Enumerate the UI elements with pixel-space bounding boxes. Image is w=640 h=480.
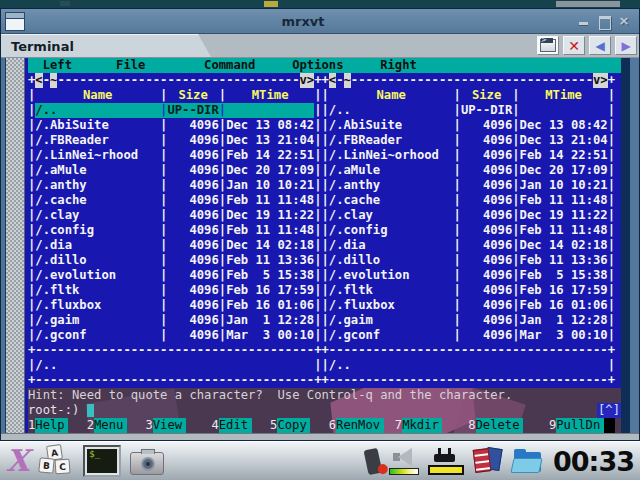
file-name: /.dillo: [329, 253, 454, 268]
column-header-size[interactable]: Size: [167, 88, 218, 103]
frame-line: |: [454, 268, 461, 283]
x11-icon[interactable]: X: [6, 446, 29, 476]
taskbar-clock: 00:33: [553, 442, 634, 480]
arrow-right-icon: ▶: [621, 39, 630, 53]
column-header-name[interactable]: Name: [35, 88, 160, 103]
file-row[interactable]: |/..|UP--DIR||: [28, 103, 321, 118]
fkey-delete[interactable]: 8Delete: [468, 418, 549, 433]
file-row[interactable]: |/.LinNei~orhood|4096|Feb 14 22:51|: [321, 148, 614, 163]
file-row[interactable]: |/.AbiSuite|4096|Dec 13 08:42|: [321, 118, 614, 133]
file-mtime: Jan 10 10:21: [226, 178, 314, 193]
file-row[interactable]: |/.fluxbox|4096|Feb 16 01:06|: [28, 298, 321, 313]
file-row[interactable]: |/.gaim|4096|Jan 1 12:28|: [321, 313, 614, 328]
close-button[interactable]: ×: [617, 15, 631, 27]
frame-line: |: [512, 283, 519, 298]
input-method-icon[interactable]: A B C: [38, 445, 74, 477]
window-menu-icon[interactable]: [5, 12, 25, 31]
file-row[interactable]: |/.config|4096|Feb 11 11:48|: [28, 223, 321, 238]
file-name: /.anthy: [35, 178, 160, 193]
fkey-view[interactable]: 3View: [145, 418, 211, 433]
terminal-scrollbar[interactable]: [6, 58, 25, 433]
menu-item-left[interactable]: Left: [43, 58, 72, 73]
file-row[interactable]: |/.anthy|4096|Jan 10 10:21|: [321, 178, 614, 193]
frame-line: |: [314, 298, 321, 313]
history-indicator[interactable]: [^]: [597, 403, 621, 418]
menu-item-file[interactable]: File: [116, 58, 145, 73]
file-row[interactable]: |/.clay|4096|Dec 19 11:22|: [28, 208, 321, 223]
fkey-menu[interactable]: 2Menu: [87, 418, 146, 433]
minimize-button[interactable]: [577, 15, 591, 27]
file-row[interactable]: |/.dillo|4096|Feb 11 13:36|: [321, 253, 614, 268]
fkey-renmov[interactable]: 6RenMov: [329, 418, 395, 433]
file-row[interactable]: |/.clay|4096|Dec 19 11:22|: [321, 208, 614, 223]
column-header-name[interactable]: Name: [329, 88, 454, 103]
maximize-button[interactable]: [597, 15, 611, 27]
red-card-icon: [473, 448, 492, 473]
file-name: /.clay: [329, 208, 454, 223]
fkey-number: 2: [87, 418, 94, 433]
file-row[interactable]: |/.FBReader|4096|Dec 13 21:04|: [321, 133, 614, 148]
phone-tray-icon[interactable]: [364, 447, 383, 474]
fkey-mkdir[interactable]: 7Mkdir: [395, 418, 468, 433]
file-row[interactable]: |/.fluxbox|4096|Feb 16 01:06|: [321, 298, 614, 313]
file-row[interactable]: |/.evolution|4096|Feb 5 15:38|: [321, 268, 614, 283]
menu-item-right[interactable]: Right: [380, 58, 417, 73]
fkey-help[interactable]: 1Help: [28, 418, 87, 433]
file-row[interactable]: |/.gconf|4096|Mar 3 00:10|: [28, 328, 321, 343]
column-header-mtime[interactable]: MTime: [226, 88, 314, 103]
menu-item-command[interactable]: Command: [204, 58, 255, 73]
home-path-mark[interactable]: ~: [50, 73, 57, 88]
file-row[interactable]: |/.cache|4096|Feb 11 11:48|: [321, 193, 614, 208]
file-row[interactable]: |/.dia|4096|Dec 14 02:18|: [321, 238, 614, 253]
file-row[interactable]: |/.aMule|4096|Dec 20 17:09|: [28, 163, 321, 178]
memory-card-tray-icon[interactable]: [473, 446, 503, 476]
file-row[interactable]: |/.FBReader|4096|Dec 13 21:04|: [28, 133, 321, 148]
file-row[interactable]: |/.cache|4096|Feb 11 11:48|: [28, 193, 321, 208]
file-row[interactable]: |/.fltk|4096|Feb 16 17:59|: [321, 283, 614, 298]
fkey-edit[interactable]: 4Edit: [211, 418, 270, 433]
scroll-down-mark[interactable]: v>: [593, 73, 608, 88]
file-row[interactable]: |/.anthy|4096|Jan 10 10:21|: [28, 178, 321, 193]
fkey-pulldn[interactable]: 9PullDn: [549, 418, 604, 433]
file-row[interactable]: |/..|UP--DIR||: [321, 103, 614, 118]
fkey-label: PullDn: [556, 418, 604, 433]
scroll-down-mark[interactable]: v>: [300, 73, 315, 88]
column-header-size[interactable]: Size: [461, 88, 512, 103]
frame-line: |: [314, 358, 321, 373]
file-row[interactable]: |/.dillo|4096|Feb 11 13:36|: [28, 253, 321, 268]
new-terminal-button[interactable]: [537, 36, 559, 55]
terminal-launcher-icon[interactable]: $_: [83, 445, 121, 477]
camera-icon[interactable]: [130, 452, 164, 475]
scroll-left-mark[interactable]: <: [35, 73, 42, 88]
titlebar[interactable]: mrxvt ×: [1, 9, 639, 34]
file-row[interactable]: |/.aMule|4096|Dec 20 17:09|: [321, 163, 614, 178]
fkey-copy[interactable]: 5Copy: [270, 418, 329, 433]
file-manager-tray-icon[interactable]: [512, 449, 544, 474]
home-path-mark[interactable]: ~: [344, 73, 351, 88]
file-row[interactable]: |/.gconf|4096|Mar 3 00:10|: [321, 328, 614, 343]
frame-line: |: [321, 358, 328, 373]
file-size: 4096: [167, 178, 218, 193]
file-row[interactable]: |/.fltk|4096|Feb 16 17:59|: [28, 283, 321, 298]
frame-line: |: [28, 298, 35, 313]
power-tray-icon[interactable]: [428, 448, 464, 475]
column-header-mtime[interactable]: MTime: [520, 88, 608, 103]
shell-prompt-line[interactable]: root-:) [^]: [28, 403, 621, 418]
next-tab-button[interactable]: ▶: [615, 36, 637, 55]
prev-tab-button[interactable]: ◀: [589, 36, 611, 55]
menu-item-options[interactable]: Options: [292, 58, 343, 73]
file-row[interactable]: |/.AbiSuite|4096|Dec 13 08:42|: [28, 118, 321, 133]
file-row[interactable]: |/.gaim|4096|Jan 1 12:28|: [28, 313, 321, 328]
tab-terminal[interactable]: Terminal: [1, 34, 211, 57]
file-row[interactable]: |/.config|4096|Feb 11 11:48|: [321, 223, 614, 238]
file-name: /.fltk: [329, 283, 454, 298]
volume-tray-icon[interactable]: [389, 447, 419, 475]
file-mtime: Dec 20 17:09: [226, 163, 314, 178]
folder-front: [510, 458, 542, 473]
close-tab-button[interactable]: ✕: [563, 36, 585, 55]
scroll-left-mark[interactable]: <: [329, 73, 336, 88]
file-row[interactable]: |/.dia|4096|Dec 14 02:18|: [28, 238, 321, 253]
file-row[interactable]: |/.LinNei~rhood|4096|Feb 14 22:51|: [28, 148, 321, 163]
file-row[interactable]: |/.evolution|4096|Feb 5 15:38|: [28, 268, 321, 283]
frame-line: |: [454, 118, 461, 133]
